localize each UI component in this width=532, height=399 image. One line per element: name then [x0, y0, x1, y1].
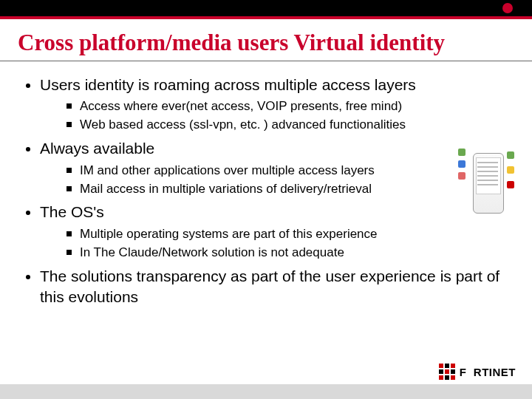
phone-illustration — [457, 147, 516, 221]
footer-bar — [0, 384, 532, 399]
slide-title: Cross platform/media users Virtual ident… — [0, 19, 532, 61]
bullet-text: The OS's — [40, 203, 104, 220]
bullet-item: Users identity is roaming across multipl… — [40, 75, 510, 134]
app-icon — [507, 181, 514, 188]
phone-line — [477, 180, 498, 181]
sub-bullet: Multiple operating systems are part of t… — [80, 226, 510, 243]
sub-bullet: IM and other applications over multiple … — [80, 163, 510, 180]
phone-line — [477, 184, 498, 185]
phone-line — [477, 166, 498, 168]
slide: Cross platform/media users Virtual ident… — [0, 0, 532, 399]
phone-line — [477, 171, 498, 172]
logo-mark-icon — [439, 364, 455, 380]
sub-bullet: Web based access (ssl-vpn, etc. ) advanc… — [80, 117, 510, 134]
brand-logo: F RTINET — [439, 364, 516, 380]
app-icon — [458, 149, 466, 156]
content-area: Users identity is roaming across multipl… — [0, 64, 532, 307]
sub-bullet: Mail access in multiple variations of de… — [80, 181, 510, 198]
phone-line — [477, 175, 498, 177]
app-icon — [458, 160, 466, 168]
bullet-list: Users identity is roaming across multipl… — [22, 75, 510, 307]
bullet-text: Users identity is roaming across multipl… — [40, 76, 416, 93]
sub-list: Access where ever(net access, VOIP prese… — [40, 98, 510, 134]
title-divider — [0, 61, 532, 61]
phone-line — [477, 162, 498, 163]
bullet-item: The solutions transparency as part of th… — [40, 266, 510, 308]
top-bar — [0, 0, 532, 16]
sub-list: IM and other applications over multiple … — [40, 163, 510, 198]
sub-bullet: In The Claude/Network solution is not ad… — [80, 245, 510, 262]
bullet-text: Always available — [40, 140, 154, 157]
sub-list: Multiple operating systems are part of t… — [40, 226, 510, 262]
app-icon — [507, 151, 514, 159]
app-icon — [458, 172, 466, 180]
logo-text: F RTINET — [460, 366, 516, 378]
sub-bullet: Access where ever(net access, VOIP prese… — [80, 98, 510, 115]
app-icon — [507, 166, 514, 174]
bullet-text: The solutions transparency as part of th… — [40, 267, 499, 305]
bullet-item: The OS's Multiple operating systems are … — [40, 202, 510, 261]
bullet-item: Always available IM and other applicatio… — [40, 138, 510, 197]
